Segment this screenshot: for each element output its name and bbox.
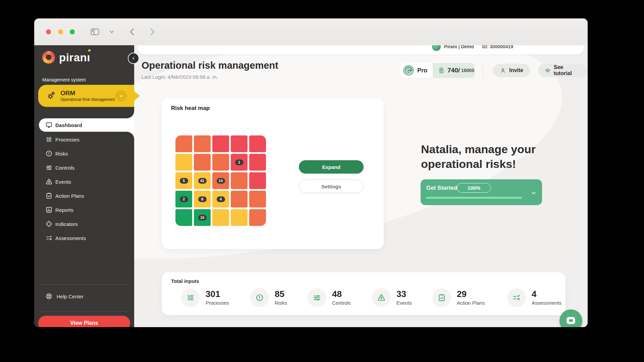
welcome-line2: operational risks! [421, 157, 536, 171]
sidebar-collapse-button[interactable] [128, 53, 139, 64]
invite-button[interactable]: Invite [493, 64, 530, 77]
stat-risks: 85Risks [250, 288, 287, 307]
back-arrow-icon[interactable] [129, 28, 134, 36]
see-tutorial-label: See tutorial [554, 64, 581, 76]
dashboard-icon [45, 121, 53, 129]
orm-module-button[interactable]: ORM Operational Risk Management [38, 85, 134, 107]
heatmap-cell-r3c4[interactable] [231, 172, 248, 189]
orm-chevron-button[interactable] [115, 90, 127, 102]
welcome-heading: Natalia, manage your operational risks! [421, 142, 536, 171]
heatmap-cell-r5c1[interactable] [175, 209, 192, 226]
management-system-label: Management system [42, 77, 86, 82]
sidebar-toggle-icon[interactable] [91, 28, 99, 35]
heatmap-cell-r2c2[interactable] [194, 154, 211, 171]
indicators-icon [45, 220, 53, 228]
avatar [432, 45, 441, 51]
chevron-down-icon[interactable] [109, 31, 114, 34]
heatmap-cell-r4c1[interactable]: 2 [175, 191, 192, 207]
heatmap-cell-r1c1[interactable] [175, 135, 192, 152]
sidebar-divider [40, 311, 128, 312]
settings-button[interactable]: Settings [299, 180, 364, 193]
risks-icon [45, 150, 53, 157]
expand-button[interactable]: Expand [299, 160, 364, 174]
stat-label: Action Plans [457, 300, 485, 306]
logo-yellow-dot [88, 49, 91, 52]
heatmap-cell-r2c4[interactable]: 1 [231, 154, 248, 171]
zoom-button[interactable] [70, 29, 75, 35]
forward-arrow-icon[interactable] [150, 28, 155, 36]
processes-icon [45, 136, 53, 143]
see-tutorial-button[interactable]: See tutorial [538, 64, 588, 77]
sidebar-item-label: Risks [55, 151, 68, 157]
sidebar-item-reports[interactable]: Reports [34, 203, 134, 217]
sidebar-item-indicators[interactable]: Indicators [34, 217, 134, 231]
sidebar-item-dashboard[interactable]: Dashboard [39, 118, 134, 132]
stat-controls: 48Controls [308, 288, 351, 307]
sidebar-item-processes[interactable]: Processes [34, 132, 134, 146]
assessments-icon [512, 293, 521, 302]
get-started-label: Get Started [426, 185, 457, 191]
heatmap-cell-r4c3[interactable]: 4 [212, 191, 229, 207]
heatmap-cell-r5c4[interactable] [231, 209, 248, 226]
orm-pointer [134, 91, 140, 101]
stat-label: Processes [206, 300, 229, 306]
plan-label: Pro [417, 67, 427, 74]
corner-notch [127, 111, 134, 118]
chat-widget-button[interactable] [559, 309, 582, 327]
sidebar-item-controls[interactable]: Controls [34, 161, 134, 175]
heatmap-cell-r4c5[interactable] [249, 191, 266, 207]
pirani-logo-text: piranı [59, 52, 90, 63]
sidebar-item-events[interactable]: Events [34, 175, 134, 189]
progress-fill [426, 197, 522, 199]
action-plans-icon [437, 293, 446, 302]
view-plans-button[interactable]: View Plans [38, 316, 130, 327]
heatmap-cell-r5c2[interactable]: 10 [194, 209, 211, 226]
browser-chrome [34, 18, 588, 46]
chevron-down-icon[interactable] [531, 190, 537, 196]
get-started-card[interactable]: Get Started 100% [421, 179, 542, 205]
usage-used: 740/ [447, 67, 460, 74]
sidebar-item-assessments[interactable]: Assessments [34, 231, 134, 245]
heatmap-cell-r5c3[interactable] [212, 209, 229, 226]
heatmap-cell-r1c5[interactable] [249, 135, 266, 152]
events-icon [377, 293, 386, 302]
heatmap-cell-r2c3[interactable] [212, 154, 229, 171]
stat-processes: 301Processes [181, 288, 229, 307]
stat-label: Assessments [532, 300, 561, 306]
gear-icon [46, 91, 56, 101]
heatmap-cell-r4c2[interactable]: 8 [194, 191, 211, 207]
events-icon [45, 178, 53, 185]
heatmap-cell-r1c2[interactable] [194, 135, 211, 152]
sidebar-item-action-plans[interactable]: Action Plans [34, 189, 134, 203]
browser-window: piranı Management system ORM [34, 18, 588, 327]
heatmap-cell-r3c1[interactable]: 5 [175, 172, 192, 189]
risk-heatmap-grid: 15411428410 [175, 135, 266, 226]
graduation-cap-icon [545, 67, 551, 74]
plan-usage-badge[interactable]: Pro 740/ 16000 [400, 63, 475, 78]
heatmap-cell-r1c3[interactable] [212, 135, 229, 152]
header-actions: Pro 740/ 16000 [400, 63, 588, 78]
minimize-button[interactable] [58, 29, 63, 35]
close-button[interactable] [46, 29, 51, 35]
heatmap-count-badge: 8 [198, 196, 207, 202]
heatmap-cell-r2c5[interactable] [249, 154, 266, 171]
sidebar-item-help-center[interactable]: Help Center [34, 289, 134, 303]
heatmap-cell-r5c5[interactable] [249, 209, 266, 226]
heatmap-cell-r3c3[interactable]: 14 [212, 172, 229, 189]
orm-text: ORM Operational Risk Management [60, 89, 115, 102]
heatmap-cell-r2c1[interactable] [175, 154, 192, 171]
heatmap-cell-r3c5[interactable] [249, 172, 266, 189]
stat-value: 33 [396, 290, 412, 299]
sidebar-item-risks[interactable]: Risks [34, 146, 134, 161]
stat-value: 85 [275, 290, 287, 299]
heatmap-cell-r1c4[interactable] [231, 135, 248, 152]
account-menu[interactable]: Pirani | Demo ID: 300000419 [432, 45, 513, 51]
heatmap-cell-r4c4[interactable] [231, 191, 248, 207]
stat-label: Risks [275, 300, 287, 306]
pirani-logo: piranı [42, 50, 90, 65]
heatmap-cell-r3c2[interactable]: 41 [194, 172, 211, 189]
totals-title: Total inputs [171, 278, 199, 284]
heatmap-count-badge: 5 [180, 178, 188, 184]
pro-badge: Pro [400, 63, 433, 78]
stat-value: 301 [206, 290, 229, 299]
